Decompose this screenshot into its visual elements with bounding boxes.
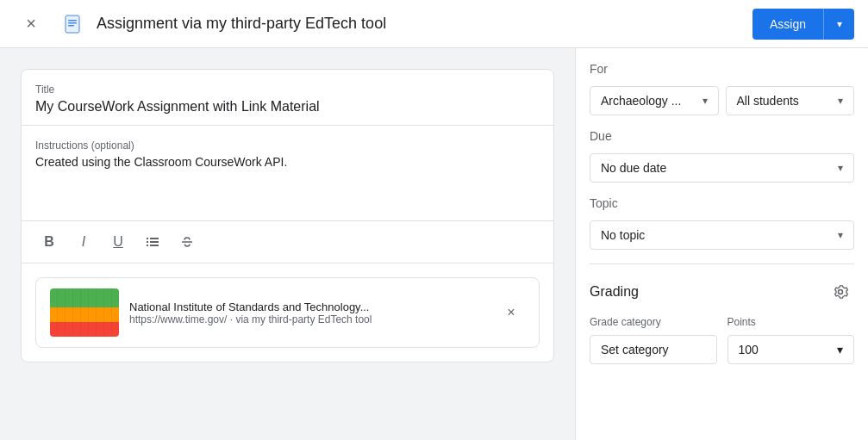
close-icon: × (507, 305, 515, 320)
chevron-down-icon: ▾ (838, 162, 843, 174)
points-label: Points (727, 316, 855, 328)
left-panel: Title My CourseWork Assignment with Link… (0, 48, 575, 440)
points-value: 100 (739, 343, 759, 356)
topic-value: No topic (601, 228, 645, 242)
svg-rect-7 (150, 241, 159, 243)
remove-attachment-button[interactable]: × (497, 299, 525, 326)
points-select[interactable]: 100 ▾ (727, 335, 855, 364)
grading-title: Grading (590, 284, 639, 300)
instructions-label: Instructions (optional) (35, 139, 540, 152)
attachment-info: National Institute of Standards and Tech… (129, 301, 487, 325)
svg-rect-0 (66, 15, 79, 33)
students-select-value: All students (737, 94, 799, 108)
main-content: Title My CourseWork Assignment with Link… (0, 48, 868, 440)
close-icon: × (26, 14, 36, 34)
svg-rect-3 (68, 25, 74, 27)
attachment-url: https://www.time.gov/ · via my third-par… (129, 313, 487, 325)
map-image (50, 288, 119, 337)
topic-select[interactable]: No topic ▾ (590, 220, 854, 250)
svg-rect-2 (68, 22, 77, 24)
grade-category-select[interactable]: Set category (590, 335, 717, 364)
class-select-value: Archaeology ... (601, 94, 681, 108)
svg-rect-4 (147, 238, 148, 239)
grading-row: Grade category Set category Points 100 ▾ (590, 316, 854, 364)
svg-rect-8 (147, 245, 148, 246)
formatting-toolbar: B I U (22, 221, 553, 263)
header-actions: Assign ▾ (752, 9, 854, 40)
svg-rect-1 (68, 20, 77, 22)
underline-button[interactable]: U (104, 228, 132, 256)
chevron-down-icon: ▾ (838, 229, 843, 241)
class-select[interactable]: Archaeology ... ▾ (590, 86, 719, 115)
title-label: Title (35, 84, 540, 96)
close-button[interactable]: × (14, 7, 48, 41)
attachment-thumbnail (50, 288, 119, 337)
chevron-down-icon: ▾ (703, 95, 708, 107)
due-date-select[interactable]: No due date ▾ (590, 153, 854, 183)
points-col: Points 100 ▾ (727, 316, 855, 364)
topic-section: Topic No topic ▾ (590, 196, 854, 250)
instructions-section: Instructions (optional) Created using th… (22, 126, 553, 221)
students-select[interactable]: All students ▾ (726, 86, 855, 115)
grade-category-value: Set category (601, 343, 669, 356)
grade-category-col: Grade category Set category (590, 316, 717, 364)
strikethrough-button[interactable] (173, 228, 201, 256)
chevron-down-icon: ▾ (837, 18, 842, 30)
list-button[interactable] (139, 228, 166, 256)
title-input[interactable]: My CourseWork Assignment with Link Mater… (35, 99, 540, 125)
attachment-title: National Institute of Standards and Tech… (129, 301, 487, 313)
grading-header: Grading (590, 278, 854, 306)
grade-category-label: Grade category (590, 316, 717, 328)
chevron-down-icon: ▾ (837, 343, 843, 356)
svg-rect-9 (150, 245, 159, 246)
for-label: For (590, 62, 854, 76)
svg-rect-6 (147, 241, 148, 243)
topic-label: Topic (590, 196, 854, 210)
assign-dropdown-button[interactable]: ▾ (823, 9, 854, 40)
assign-button[interactable]: Assign (752, 9, 823, 40)
page-title: Assignment via my third-party EdTech too… (97, 15, 752, 33)
right-panel: For Archaeology ... ▾ All students ▾ Due… (575, 48, 868, 440)
doc-icon (59, 10, 86, 38)
due-date-value: No due date (601, 161, 666, 175)
bold-button[interactable]: B (35, 228, 63, 256)
link-attachment[interactable]: National Institute of Standards and Tech… (35, 277, 540, 348)
header: × Assignment via my third-party EdTech t… (0, 0, 868, 48)
svg-rect-5 (150, 238, 159, 239)
due-label: Due (590, 129, 854, 143)
instructions-text[interactable]: Created using the Classroom CourseWork A… (35, 155, 540, 207)
grading-settings-button[interactable] (827, 278, 854, 306)
header-left: × Assignment via my third-party EdTech t… (14, 7, 752, 41)
for-row: Archaeology ... ▾ All students ▾ (590, 86, 854, 115)
assignment-card: Title My CourseWork Assignment with Link… (21, 69, 554, 363)
chevron-down-icon: ▾ (838, 95, 843, 107)
italic-button[interactable]: I (70, 228, 97, 256)
divider (590, 263, 854, 264)
title-section: Title My CourseWork Assignment with Link… (22, 70, 553, 126)
